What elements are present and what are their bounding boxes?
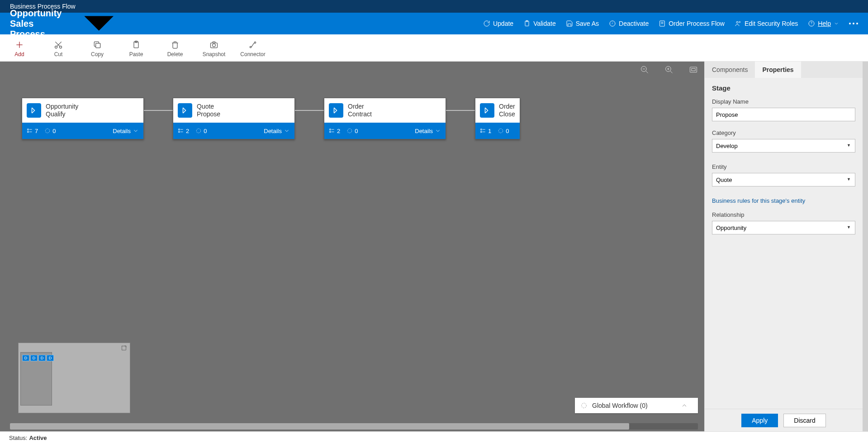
canvas[interactable]: Opportunity Qualify 7 0 Details	[0, 62, 704, 431]
minimap-node: D	[30, 355, 38, 361]
chevron-up-icon	[681, 402, 688, 409]
minimap-expand[interactable]	[121, 345, 127, 351]
refresh-icon	[483, 20, 490, 27]
connector-label: Connector	[240, 51, 265, 57]
status-label: Status:	[9, 434, 27, 441]
edit-security-roles-button[interactable]: Edit Security Roles	[735, 20, 798, 27]
stage-contract[interactable]: Order Contract 2 0 Details	[324, 98, 446, 139]
horizontal-scrollbar[interactable]	[10, 423, 698, 430]
category-select[interactable]: Develop	[712, 139, 855, 153]
stage-name: Propose	[197, 110, 220, 118]
zoom-in-icon[interactable]	[664, 65, 674, 74]
snapshot-label: Snapshot	[203, 51, 226, 57]
details-toggle[interactable]: Details	[113, 128, 139, 134]
toolbar: Add Cut Copy Paste Delete Snapshot Conne…	[0, 34, 868, 62]
chevron-down-icon	[133, 128, 139, 134]
stage-name: Contract	[348, 110, 372, 118]
tab-properties[interactable]: Properties	[755, 62, 801, 78]
display-name-input[interactable]	[712, 108, 855, 121]
fit-screen-icon[interactable]	[689, 65, 698, 74]
delete-tool[interactable]: Delete	[160, 36, 190, 62]
svg-line-24	[646, 71, 648, 73]
canvas-wrap: Opportunity Qualify 7 0 Details	[0, 62, 704, 431]
stage-close[interactable]: Order Close 1 0	[475, 98, 520, 139]
paste-tool[interactable]: Paste	[121, 36, 151, 62]
stage-footer: 2 0 Details	[324, 123, 446, 139]
plus-icon	[15, 40, 24, 49]
display-name-label: Display Name	[712, 98, 855, 105]
stage-qualify[interactable]: Opportunity Qualify 7 0 Details	[22, 98, 144, 139]
cut-tool[interactable]: Cut	[43, 36, 73, 62]
workflow-icon	[498, 128, 504, 134]
entity-label: Entity	[712, 163, 855, 170]
global-workflow-bar[interactable]: Global Workflow (0)	[575, 398, 698, 413]
svg-rect-51	[481, 129, 482, 130]
validate-label: Validate	[533, 20, 556, 27]
stage-propose[interactable]: Quote Propose 2 0 Details	[173, 98, 295, 139]
save-as-button[interactable]: Save As	[566, 20, 599, 27]
more-actions-button[interactable]	[849, 23, 858, 24]
svg-rect-39	[179, 129, 180, 130]
svg-point-49	[348, 129, 352, 133]
business-rules-link[interactable]: Business rules for this stage's entity	[712, 197, 855, 204]
stage-header: Order Contract	[324, 98, 446, 123]
steps-icon	[329, 128, 335, 134]
save-icon	[566, 20, 573, 27]
add-tool[interactable]: Add	[5, 36, 34, 62]
panel-scrollbar[interactable]	[863, 62, 868, 431]
scrollbar-thumb[interactable]	[10, 423, 629, 430]
details-toggle[interactable]: Details	[415, 128, 441, 134]
edit-security-roles-label: Edit Security Roles	[745, 20, 798, 27]
svg-rect-52	[481, 131, 482, 132]
zoom-out-icon[interactable]	[640, 65, 649, 74]
update-button[interactable]: Update	[483, 20, 513, 27]
stage-icon	[329, 103, 343, 118]
tab-components[interactable]: Components	[705, 62, 755, 78]
order-process-flow-button[interactable]: Order Process Flow	[659, 20, 725, 27]
svg-point-20	[213, 43, 216, 47]
copy-label: Copy	[91, 51, 104, 57]
minimap-node: D	[38, 355, 46, 361]
main: Opportunity Qualify 7 0 Details	[0, 62, 868, 431]
svg-rect-40	[179, 131, 180, 132]
details-toggle[interactable]: Details	[264, 128, 290, 134]
apply-button[interactable]: Apply	[741, 414, 778, 427]
stage-footer: 2 0 Details	[173, 123, 294, 139]
svg-point-55	[499, 129, 503, 133]
deactivate-icon	[609, 20, 616, 27]
validate-button[interactable]: Validate	[523, 20, 556, 27]
svg-rect-34	[28, 131, 28, 132]
properties-panel: Components Properties Stage Display Name…	[704, 62, 863, 431]
discard-button[interactable]: Discard	[783, 414, 825, 427]
camera-icon	[209, 40, 218, 49]
stage-icon	[27, 103, 41, 118]
entity-select[interactable]: Quote	[712, 173, 855, 186]
stage-entity: Quote	[197, 103, 220, 110]
svg-point-37	[46, 129, 50, 133]
status-bar: Status: Active	[0, 431, 868, 444]
connector-tool[interactable]: Connector	[238, 36, 268, 62]
svg-point-6	[736, 21, 738, 23]
help-button[interactable]: Help	[808, 20, 839, 27]
relationship-select[interactable]: Opportunity	[712, 221, 855, 234]
svg-rect-30	[690, 67, 697, 72]
command-actions: Update Validate Save As Deactivate Order…	[483, 20, 858, 27]
help-icon	[808, 20, 815, 27]
deactivate-button[interactable]: Deactivate	[609, 20, 649, 27]
snapshot-tool[interactable]: Snapshot	[199, 36, 229, 62]
stages-row: Opportunity Qualify 7 0 Details	[22, 98, 704, 139]
workflow-icon	[580, 402, 588, 409]
delete-label: Delete	[167, 51, 183, 57]
steps-icon	[178, 128, 184, 134]
minimap[interactable]: D D D D	[18, 343, 130, 413]
stage-name: Close	[499, 110, 515, 118]
deactivate-label: Deactivate	[619, 20, 649, 27]
svg-rect-46	[330, 131, 331, 132]
connector-line	[446, 110, 475, 111]
stage-entity: Order	[348, 103, 372, 110]
connector-icon	[248, 40, 257, 49]
clipboard-icon	[523, 20, 531, 27]
svg-point-43	[197, 129, 201, 133]
copy-tool[interactable]: Copy	[82, 36, 112, 62]
connector-line	[295, 110, 324, 111]
